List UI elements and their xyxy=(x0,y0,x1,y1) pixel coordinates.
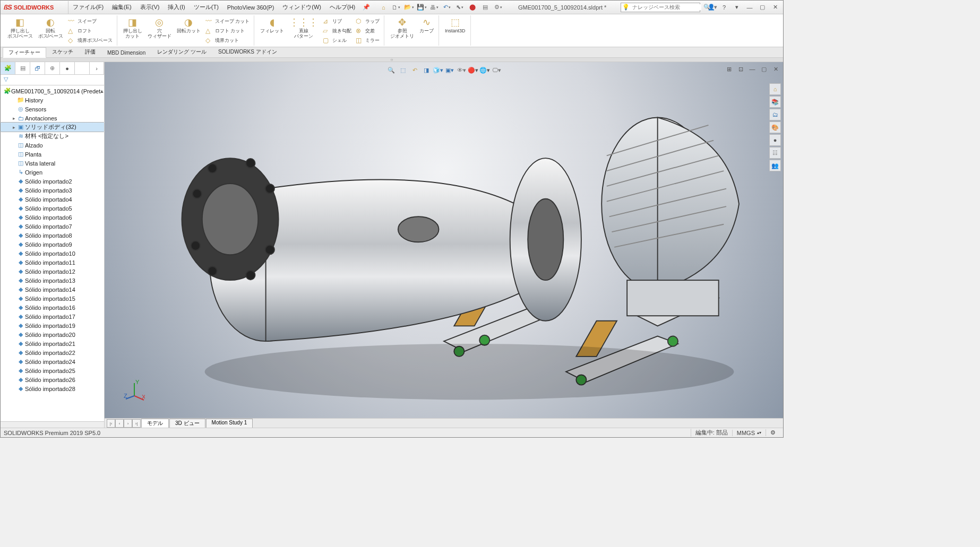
tree-item-9[interactable]: ◆Sólido importado2 xyxy=(1,177,104,186)
ribbon-穴-ウィザード[interactable]: ◎穴ウィザード xyxy=(145,15,174,46)
menu-編集[interactable]: 編集(E) xyxy=(108,3,136,11)
home-button[interactable]: ⌂ xyxy=(377,2,389,13)
tree-item-29[interactable]: ◆Sólido importado24 xyxy=(1,357,104,366)
menu-挿入[interactable]: 挿入(I) xyxy=(164,3,189,11)
ribbon-交差[interactable]: ⊗交差 xyxy=(354,26,382,36)
minimize-button[interactable]: — xyxy=(744,2,755,13)
ribbon-直線-パターン[interactable]: ⋮⋮⋮直線パターン xyxy=(287,15,321,46)
ribbon-ミラー[interactable]: ◫ミラー xyxy=(354,36,382,45)
vptab-next[interactable]: › xyxy=(124,419,132,428)
save-button[interactable]: 💾 xyxy=(416,2,427,13)
tree-item-2[interactable]: ▸🗀Anotaciones xyxy=(1,114,104,123)
print-button[interactable]: 🖶 xyxy=(428,2,440,13)
ribbon-ロフト-カット[interactable]: △ロフト カット xyxy=(203,26,252,36)
vptab-0[interactable]: モデル xyxy=(141,419,169,428)
ribbon-回転-ボス/ベース[interactable]: ◐回転ボス/ベース xyxy=(36,15,66,46)
ribbon-押し出し-カット[interactable]: ◨押し出しカット xyxy=(121,15,145,46)
menu-ファイル[interactable]: ファイル(F) xyxy=(68,3,108,11)
status-warnings-icon[interactable]: ⚙ xyxy=(766,429,780,436)
open-button[interactable]: 📂 xyxy=(403,2,415,13)
cmdtab-2[interactable]: 評価 xyxy=(79,47,101,57)
ribbon-リブ[interactable]: ⊿リブ xyxy=(321,16,354,26)
new-button[interactable]: 🗋 xyxy=(390,2,402,13)
help-button[interactable]: ? xyxy=(718,2,730,13)
tree-root[interactable]: 🧩GME001700_5_10092014 (Predet▴ xyxy=(1,86,104,95)
tree-item-10[interactable]: ◆Sólido importado3 xyxy=(1,186,104,195)
orientation-triad[interactable]: Y X Z xyxy=(124,380,145,401)
ribbon-シェル[interactable]: ▢シェル xyxy=(321,36,354,45)
cmdtab-0[interactable]: フィーチャー xyxy=(3,47,46,58)
ribbon-境界カット[interactable]: ◇境界カット xyxy=(203,36,252,45)
vptab-2[interactable]: Motion Study 1 xyxy=(206,419,253,428)
tree-expand-icon[interactable]: ▸ xyxy=(11,116,16,121)
cmdtab-1[interactable]: スケッチ xyxy=(46,47,79,57)
tree-item-0[interactable]: 📁History xyxy=(1,95,104,105)
tree-item-31[interactable]: ◆Sólido importado26 xyxy=(1,375,104,384)
tree-item-24[interactable]: ◆Sólido importado17 xyxy=(1,312,104,321)
ribbon-押し出し-ボス/ベース[interactable]: ◧押し出しボス/ベース xyxy=(5,15,36,46)
tree-expand-icon[interactable]: ▸ xyxy=(11,125,16,130)
ribbon-スイープ[interactable]: 〰スイープ xyxy=(66,16,115,26)
tree-item-27[interactable]: ◆Sólido importado21 xyxy=(1,339,104,348)
tree-hscroll[interactable] xyxy=(1,421,104,428)
undo-button[interactable]: ↶ xyxy=(441,2,453,13)
menu-表示[interactable]: 表示(V) xyxy=(136,3,164,11)
cmdtab-3[interactable]: MBD Dimension xyxy=(101,48,151,57)
menu-photoview 360[interactable]: PhotoView 360(P) xyxy=(223,4,278,11)
pin-icon[interactable]: 📌 xyxy=(359,4,373,11)
vptab-last[interactable]: ›| xyxy=(132,419,141,428)
tree-item-11[interactable]: ◆Sólido importado4 xyxy=(1,195,104,204)
ribbon-カーブ[interactable]: ∿カーブ xyxy=(417,15,436,46)
menu-ウィンドウ[interactable]: ウィンドウ(W) xyxy=(278,3,325,11)
user-button[interactable]: 👤 xyxy=(706,2,717,13)
fm-tab-config[interactable]: 🗗 xyxy=(30,62,45,74)
search-input[interactable] xyxy=(631,4,701,10)
ribbon-ロフト[interactable]: △ロフト xyxy=(66,26,115,36)
cmdtab-5[interactable]: SOLIDWORKS アドイン xyxy=(212,47,283,57)
fm-tab-feature-tree[interactable]: 🧩 xyxy=(1,62,15,74)
menu-ヘルプ[interactable]: ヘルプ(H) xyxy=(325,3,359,11)
ribbon-instant3d[interactable]: ⬚Instant3D xyxy=(442,15,468,46)
viewport[interactable]: 🔍 ⬚ ↶ ◨ 🧊▾ ▣▾ 👁▾ 🔴▾ 🌐▾ 🖵▾ ⊞ ⊡ — ▢ ✕ ⌂ xyxy=(105,62,783,428)
rebuild-button[interactable]: ⬤ xyxy=(467,2,478,13)
select-button[interactable]: ⬉ xyxy=(454,2,466,13)
tree-item-21[interactable]: ◆Sólido importado14 xyxy=(1,285,104,294)
vptab-first[interactable]: |‹ xyxy=(107,419,115,428)
ribbon-境界ボス/ベース[interactable]: ◇境界ボス/ベース xyxy=(66,36,115,45)
tree-item-26[interactable]: ◆Sólido importado20 xyxy=(1,330,104,339)
tree-item-13[interactable]: ◆Sólido importado6 xyxy=(1,213,104,222)
tree-item-18[interactable]: ◆Sólido importado11 xyxy=(1,258,104,267)
tree-item-12[interactable]: ◆Sólido importado5 xyxy=(1,204,104,213)
tree-item-6[interactable]: ◫Planta xyxy=(1,150,104,159)
cmdtab-4[interactable]: レンダリング ツール xyxy=(151,47,212,57)
tree-item-22[interactable]: ◆Sólido importado15 xyxy=(1,294,104,303)
tree-item-17[interactable]: ◆Sólido importado10 xyxy=(1,249,104,258)
vptab-1[interactable]: 3D ビュー xyxy=(169,419,205,428)
tree-item-5[interactable]: ◫Alzado xyxy=(1,141,104,150)
fm-expand-button[interactable]: › xyxy=(89,62,104,74)
tree-item-14[interactable]: ◆Sólido importado7 xyxy=(1,222,104,231)
fm-tab-property[interactable]: ▤ xyxy=(15,62,30,74)
vptab-prev[interactable]: ‹ xyxy=(115,419,124,428)
tree-item-30[interactable]: ◆Sólido importado25 xyxy=(1,366,104,375)
panel-pin-handle[interactable]: ○ xyxy=(1,58,783,62)
help-dropdown[interactable]: ▾ xyxy=(731,2,743,13)
tree-item-19[interactable]: ◆Sólido importado12 xyxy=(1,267,104,276)
options-button[interactable]: ▤ xyxy=(479,2,491,13)
tree-item-1[interactable]: ◎Sensors xyxy=(1,105,104,114)
tree-item-15[interactable]: ◆Sólido importado8 xyxy=(1,231,104,240)
fm-tab-appearance[interactable]: ● xyxy=(60,62,75,74)
fm-tab-dimxpert[interactable]: ⊕ xyxy=(45,62,60,74)
tree-item-25[interactable]: ◆Sólido importado19 xyxy=(1,321,104,330)
menu-ツール[interactable]: ツール(T) xyxy=(190,3,223,11)
fm-filter[interactable]: ▽ xyxy=(1,75,104,85)
search-box[interactable]: 💡 🔍 ▾ xyxy=(621,3,700,12)
ribbon-ラップ[interactable]: ⬡ラップ xyxy=(354,16,382,26)
tree-scroll-up-icon[interactable]: ▴ xyxy=(100,88,104,94)
ribbon-抜き勾配[interactable]: ▱抜き勾配 xyxy=(321,26,354,36)
tree-item-23[interactable]: ◆Sólido importado16 xyxy=(1,303,104,312)
tree-item-3[interactable]: ▸▣ソリッドボディ(32) xyxy=(1,123,104,132)
ribbon-参照-ジオメトリ[interactable]: ✥参照ジオメトリ xyxy=(388,15,417,46)
close-button[interactable]: ✕ xyxy=(769,2,781,13)
ribbon-フィレット[interactable]: ◖フィレット xyxy=(257,15,287,46)
